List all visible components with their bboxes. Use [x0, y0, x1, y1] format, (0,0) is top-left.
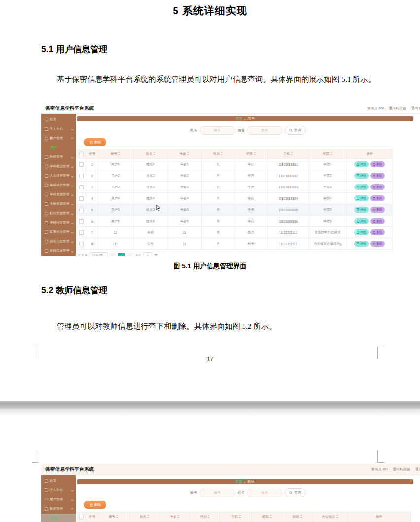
text-boundary-mark — [32, 450, 38, 463]
figure-5-1-screenshot: 保密信息学科平台系统 管理员 abo 退出到前台 退出登录 首页 个人中心 用户… — [41, 103, 420, 256]
account-label: 账号 — [190, 128, 197, 133]
chapter-title: 5 系统详细实现 — [0, 4, 420, 18]
sidebar-item-discipline-resources[interactable]: 学科资源管理 — [41, 190, 76, 199]
sidebar-item-user-management[interactable]: 用户管理 — [41, 134, 76, 143]
logout-link[interactable]: 退出登录 — [415, 467, 420, 472]
row-delete-button[interactable]: 删除 — [370, 173, 385, 179]
row-checkbox[interactable] — [79, 174, 84, 178]
column-header[interactable]: 性别 — [202, 149, 235, 159]
query-button[interactable]: 查询 — [285, 126, 306, 135]
chevron-down-icon — [71, 489, 74, 492]
pagination: 共 8 条 10条/页 ‹ 1 › 前往 1 页 — [78, 252, 420, 256]
sidebar-item-home[interactable]: 首页 — [41, 115, 76, 124]
detail-button[interactable]: 详情 — [354, 184, 369, 190]
users-icon — [45, 498, 48, 501]
sidebar-item-literature-resources[interactable]: 文献资源管理 — [41, 199, 76, 209]
sidebar-item-personal-center[interactable]: 个人中心 — [41, 124, 76, 134]
row-delete-button[interactable]: 删除 — [370, 241, 385, 247]
sidebar-item-user-management[interactable]: 用户管理 — [41, 495, 76, 504]
main-content: 首页 ▸ 教师 账号 账号 姓名 姓名 查询 删除 序号 账号 — [76, 475, 420, 522]
sidebar-item-exam-community[interactable]: 考研社区管理 — [41, 218, 76, 227]
row-delete-button[interactable]: 删除 — [370, 195, 385, 201]
column-header[interactable]: 手机 — [268, 149, 309, 159]
literature-icon — [45, 202, 48, 206]
query-button[interactable]: 查询 — [285, 488, 306, 497]
row-delete-button[interactable]: 删除 — [370, 218, 385, 224]
name-input[interactable]: 姓名 — [247, 489, 282, 497]
prev-page-button[interactable]: ‹ — [110, 253, 116, 256]
account-input[interactable]: 账号 — [200, 126, 235, 135]
column-header[interactable]: 邮箱 — [252, 512, 282, 522]
select-all-checkbox[interactable] — [79, 515, 84, 519]
next-page-button[interactable]: › — [127, 253, 133, 256]
trash-icon — [373, 242, 375, 245]
row-delete-button[interactable]: 删除 — [370, 184, 385, 190]
breadcrumb-current: 用户 — [248, 116, 255, 121]
row-delete-button[interactable]: 删除 — [370, 207, 385, 213]
sidebar-item-teacher-management[interactable]: 教师管理 — [41, 152, 76, 162]
detail-button[interactable]: 详情 — [354, 241, 369, 247]
column-header[interactable]: 学院 — [309, 149, 347, 159]
sidebar-item-discipline-dynamics[interactable]: 学科动态管理 — [41, 181, 76, 190]
row-checkbox[interactable] — [79, 230, 84, 235]
current-page-button[interactable]: 1 — [118, 253, 125, 256]
sidebar-item-community-resources[interactable]: 社区资源管理 — [41, 209, 76, 218]
sidebar-item-data-catalog[interactable]: 资料目录管理 — [41, 246, 76, 256]
sidebar-item-talent-training[interactable]: 人才培养管理 — [41, 171, 76, 181]
trash-icon — [373, 208, 375, 211]
column-header[interactable]: 职称 — [282, 512, 313, 522]
chevron-down-icon — [71, 250, 74, 253]
page-size-select[interactable]: 10条/页 — [90, 252, 108, 256]
detail-button[interactable]: 详情 — [354, 161, 369, 167]
breadcrumb-home-link[interactable]: 首页 — [235, 116, 242, 121]
row-checkbox[interactable] — [79, 196, 84, 201]
column-header[interactable]: 性别 — [190, 512, 220, 522]
logout-link[interactable]: 退出登录 — [411, 106, 420, 111]
column-header[interactable]: 手机 — [220, 512, 252, 522]
chevron-down-icon — [71, 240, 74, 243]
column-header[interactable]: 年龄 — [160, 512, 190, 522]
detail-button[interactable]: 详情 — [354, 195, 369, 201]
sidebar-subitem-user[interactable]: 用户 — [41, 143, 76, 152]
column-header[interactable]: 办公地点 — [313, 512, 348, 522]
sidebar-item-duty-log[interactable]: 值班日志管理 — [41, 237, 76, 246]
row-checkbox[interactable] — [79, 162, 84, 167]
row-checkbox[interactable] — [79, 219, 84, 224]
column-header[interactable]: 年龄 — [168, 149, 202, 159]
sidebar-item-teacher-management[interactable]: 教师管理 — [41, 504, 76, 514]
sort-icon — [291, 152, 293, 155]
detail-button[interactable]: 详情 — [354, 218, 369, 224]
row-checkbox[interactable] — [79, 242, 84, 246]
column-header[interactable]: 姓名 — [134, 149, 168, 159]
row-delete-button[interactable]: 删除 — [370, 161, 385, 167]
column-header[interactable]: 账号 — [98, 149, 134, 159]
goto-page-input[interactable]: 1 — [143, 252, 152, 256]
sidebar-item-military-forum[interactable]: 军事论坛管理 — [41, 227, 76, 237]
select-all-checkbox[interactable] — [79, 152, 84, 156]
table-row: 8111公告11男校长11122211111地方做对方做对均g详情删除 — [77, 238, 393, 250]
column-header[interactable]: 姓名 — [130, 512, 160, 522]
detail-button[interactable]: 详情 — [354, 229, 369, 235]
row-delete-button[interactable]: 删除 — [370, 229, 385, 235]
sidebar-item-personal-center[interactable]: 个人中心 — [41, 485, 76, 495]
column-header[interactable]: 学历 — [235, 149, 268, 159]
bulk-delete-button[interactable]: 删除 — [84, 501, 106, 509]
bulk-delete-button[interactable]: 删除 — [84, 138, 106, 146]
row-checkbox[interactable] — [79, 185, 84, 189]
row-checkbox[interactable] — [79, 208, 84, 212]
teacher-icon — [45, 507, 48, 511]
exit-to-front-link[interactable]: 退出到前台 — [389, 106, 406, 111]
account-input[interactable]: 账号 — [200, 489, 235, 497]
breadcrumb-home-link[interactable]: 首页 — [235, 479, 242, 484]
log-icon — [45, 240, 48, 243]
detail-button[interactable]: 详情 — [354, 207, 369, 213]
column-header[interactable]: 账号 — [98, 512, 130, 522]
sidebar-subitem-teacher[interactable]: 教师 — [41, 514, 76, 522]
name-input[interactable]: 姓名 — [247, 126, 282, 135]
sidebar-item-discipline-overview[interactable]: 学科概况管理 — [41, 162, 76, 171]
chevron-down-icon — [71, 128, 74, 131]
exit-to-front-link[interactable]: 退出到前台 — [393, 467, 410, 472]
sidebar-item-home[interactable]: 首页 — [41, 476, 76, 485]
detail-button[interactable]: 详情 — [354, 173, 369, 179]
table-row: 1用户1姓名1年龄1男学历13823888881学院1详情删除 — [77, 159, 393, 170]
